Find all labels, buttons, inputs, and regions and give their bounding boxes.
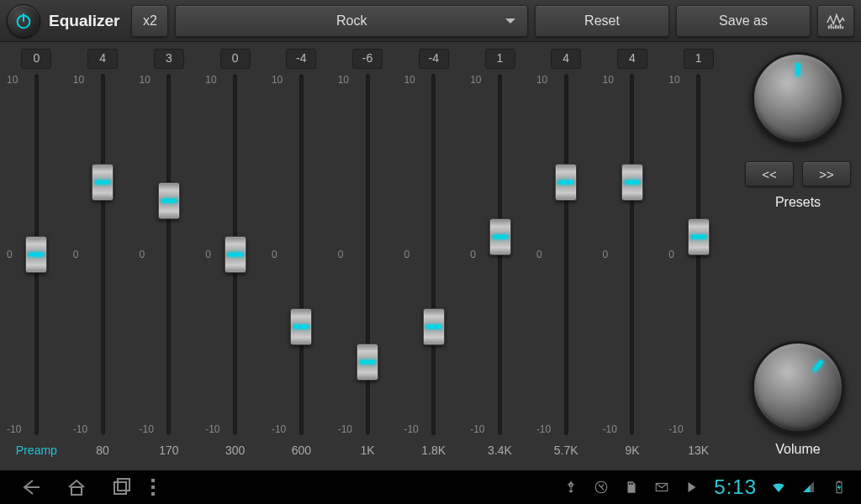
band-frequency: 5.7K <box>554 444 578 467</box>
slider-thumb[interactable] <box>290 308 312 345</box>
band-frequency: 80 <box>96 444 109 467</box>
eq-band-13K: 1100-1013K <box>665 49 732 467</box>
scale-max: 10 <box>272 74 283 86</box>
scale-mid: 0 <box>7 249 13 260</box>
slider-track[interactable] <box>366 74 370 435</box>
x2-button[interactable]: x2 <box>131 5 168 37</box>
slider-track[interactable] <box>34 74 39 435</box>
band-value: 4 <box>87 49 118 69</box>
slider-track[interactable] <box>630 74 634 435</box>
slider-track[interactable] <box>299 74 304 435</box>
scale-min: -10 <box>139 423 153 435</box>
scale-max: 10 <box>7 74 18 86</box>
preamp-band: 0100-10Preamp <box>3 49 70 467</box>
svg-rect-15 <box>631 483 631 485</box>
scale-min: -10 <box>73 423 87 435</box>
preset-next-button[interactable]: >> <box>802 161 851 186</box>
slider-track[interactable] <box>101 74 105 435</box>
recent-apps-button[interactable] <box>111 476 133 498</box>
play-store-icon <box>684 479 700 496</box>
equalizer-sliders: 0100-10Preamp4100-10803100-101700100-103… <box>0 42 735 470</box>
svg-rect-6 <box>837 25 839 29</box>
slider-track[interactable] <box>166 74 171 435</box>
chevron-down-icon <box>505 18 515 24</box>
slider-thumb[interactable] <box>423 308 445 345</box>
scale-max: 10 <box>404 74 415 86</box>
preset-selected-label: Rock <box>336 13 367 29</box>
scale-min: -10 <box>536 423 551 435</box>
slider-thumb[interactable] <box>555 164 577 201</box>
system-tray[interactable]: 5:13 <box>563 475 861 499</box>
band-value: 4 <box>551 49 581 69</box>
slider-track[interactable] <box>233 74 237 435</box>
band-value: -6 <box>352 49 383 69</box>
svg-rect-12 <box>118 479 129 491</box>
eq-band-1.8K: -4100-101.8K <box>400 49 467 467</box>
svg-rect-19 <box>838 481 841 483</box>
top-toolbar: Equalizer x2 Rock Reset Save as <box>0 0 861 42</box>
power-button[interactable] <box>7 4 40 38</box>
scale-mid: 0 <box>338 249 344 260</box>
slider-track[interactable] <box>696 74 700 435</box>
slider-thumb[interactable] <box>158 182 180 219</box>
preset-dropdown[interactable]: Rock <box>175 5 528 37</box>
back-button[interactable] <box>20 476 42 498</box>
svg-rect-3 <box>831 24 832 28</box>
eq-band-170: 3100-10170 <box>135 49 202 467</box>
nav-buttons <box>0 476 133 498</box>
gmail-icon <box>653 479 670 496</box>
eq-band-3.4K: 1100-103.4K <box>467 49 533 467</box>
scale-min: -10 <box>470 423 484 435</box>
band-value: 4 <box>617 49 647 69</box>
scale-min: -10 <box>205 423 219 435</box>
svg-rect-16 <box>632 483 633 485</box>
home-icon <box>66 477 87 497</box>
slider-thumb[interactable] <box>92 164 114 201</box>
presets-label: Presets <box>775 195 821 210</box>
slider-track-area: 100-10 <box>70 74 136 435</box>
band-value: 3 <box>154 49 184 69</box>
preset-knob[interactable] <box>752 52 844 144</box>
slider-track[interactable] <box>498 74 502 435</box>
band-frequency: 1K <box>360 444 374 467</box>
band-value: -4 <box>286 49 316 69</box>
slider-track-area: 100-10 <box>268 74 335 435</box>
band-frequency: 13K <box>688 444 709 467</box>
main-area: 0100-10Preamp4100-10803100-101700100-103… <box>0 42 861 470</box>
slider-thumb[interactable] <box>357 344 378 381</box>
scale-max: 10 <box>668 74 679 86</box>
scale-min: -10 <box>404 423 418 435</box>
android-system-bar: 5:13 <box>0 470 861 504</box>
band-frequency: 170 <box>159 444 178 467</box>
save-as-button[interactable]: Save as <box>676 5 811 37</box>
slider-thumb[interactable] <box>688 218 710 255</box>
scale-mid: 0 <box>139 249 145 260</box>
reset-button[interactable]: Reset <box>535 5 669 37</box>
band-frequency: 9K <box>625 444 639 467</box>
menu-button[interactable] <box>151 479 155 496</box>
band-value: -4 <box>419 49 449 69</box>
preset-prev-button[interactable]: << <box>745 161 794 186</box>
scale-mid: 0 <box>603 249 609 260</box>
slider-track[interactable] <box>431 74 436 435</box>
slider-thumb[interactable] <box>25 236 47 273</box>
svg-rect-4 <box>832 26 834 29</box>
slider-thumb[interactable] <box>489 218 511 255</box>
recent-icon <box>112 477 132 497</box>
scale-max: 10 <box>470 74 481 86</box>
slider-track-area: 100-10 <box>533 74 600 435</box>
slider-track-area: 100-10 <box>3 74 70 435</box>
slider-track[interactable] <box>564 74 568 435</box>
slider-track-area: 100-10 <box>335 74 401 435</box>
eq-band-300: 0100-10300 <box>202 49 268 467</box>
band-value: 1 <box>684 49 714 69</box>
spectrum-view-button[interactable] <box>817 5 854 37</box>
slider-thumb[interactable] <box>224 236 246 273</box>
knob-indicator <box>812 360 824 372</box>
volume-knob[interactable] <box>752 341 844 433</box>
band-value: 0 <box>21 49 51 69</box>
scale-mid: 0 <box>272 249 277 260</box>
scale-mid: 0 <box>668 249 674 260</box>
home-button[interactable] <box>66 476 87 498</box>
slider-thumb[interactable] <box>621 164 643 201</box>
